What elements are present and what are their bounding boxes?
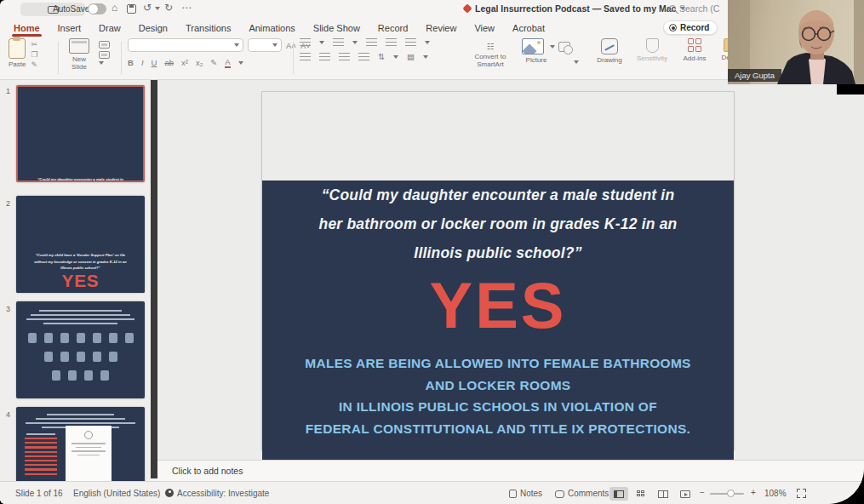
font-name-combobox[interactable]	[128, 38, 243, 52]
line-spacing-icon[interactable]	[405, 38, 416, 47]
participant-video-tile: Ajay Gupta	[728, 0, 864, 84]
shapes-dropdown-icon	[574, 60, 579, 64]
zoom-level[interactable]: 108%	[764, 489, 787, 498]
layout-icon[interactable]	[99, 41, 110, 49]
tab-slide-show[interactable]: Slide Show	[313, 23, 360, 33]
line-spacing-dropdown-icon[interactable]	[425, 41, 430, 44]
slide-thumbnail-4[interactable]	[16, 407, 145, 481]
zoom-slider[interactable]	[710, 493, 744, 495]
picture-button[interactable]: Picture	[518, 38, 555, 64]
slide-question-text[interactable]: “Could my daughter encounter a male stud…	[262, 180, 734, 267]
font-color-button[interactable]: A	[225, 57, 230, 68]
format-painter-icon[interactable]: ✎	[31, 60, 37, 70]
more-commands-icon[interactable]: ⋯	[181, 2, 192, 14]
align-left-icon[interactable]	[300, 53, 311, 61]
increase-indent-icon[interactable]	[386, 38, 397, 47]
columns-dropdown-icon[interactable]	[423, 55, 428, 59]
tab-design[interactable]: Design	[139, 23, 168, 33]
bold-button[interactable]: B	[128, 58, 134, 67]
undo-dropdown-icon[interactable]	[155, 7, 160, 10]
slide-thumbnail-3[interactable]	[16, 301, 145, 398]
font-color-dropdown-icon[interactable]	[238, 61, 243, 65]
shapes-button[interactable]	[558, 42, 584, 67]
notes-placeholder: Click to add notes	[172, 466, 243, 476]
notes-icon	[509, 490, 517, 498]
thumbnail-number: 4	[6, 410, 10, 419]
underline-button[interactable]: U	[152, 58, 157, 67]
sensitivity-button[interactable]: Sensitivity	[632, 38, 672, 62]
tab-animations[interactable]: Animations	[249, 23, 295, 33]
normal-view-button[interactable]	[609, 487, 628, 501]
notes-toggle-button[interactable]: Notes	[509, 489, 542, 498]
text-direction-icon[interactable]: ⇅	[378, 52, 385, 61]
search-input[interactable]: Search (C	[669, 3, 719, 14]
tab-acrobat[interactable]: Acrobat	[512, 23, 545, 33]
align-right-icon[interactable]	[339, 53, 350, 61]
font-size-combobox[interactable]	[248, 38, 282, 52]
document-title[interactable]: Legal Insurrection Podcast — Saved to my…	[464, 3, 685, 14]
tab-record[interactable]: Record	[378, 23, 408, 33]
text-direction-dropdown-icon[interactable]	[393, 55, 398, 59]
superscript-button[interactable]: x²	[181, 58, 188, 67]
participant-name-badge: Ajay Gupta	[728, 69, 781, 82]
italic-button[interactable]: I	[141, 58, 144, 67]
autosave-toggle[interactable]	[88, 3, 106, 14]
align-center-icon[interactable]	[319, 53, 330, 61]
slide-options-dropdown-icon[interactable]	[99, 61, 104, 65]
search-icon	[669, 5, 676, 12]
numbering-dropdown-icon[interactable]	[352, 41, 358, 44]
chevron-down-icon	[272, 43, 278, 47]
slide-thumbnail-panel: 1 “Could my daughter encounter a male st…	[0, 80, 151, 481]
drawing-icon	[601, 38, 618, 54]
comments-toggle-button[interactable]: Comments	[555, 489, 609, 498]
record-button[interactable]: Record	[663, 20, 718, 35]
accessibility-status[interactable]: Accessibility: Investigate	[177, 489, 269, 498]
paste-button[interactable]: Paste ✂ ❐ ✎	[9, 38, 58, 70]
section-icon[interactable]	[99, 51, 110, 59]
tab-home[interactable]: Home	[14, 23, 40, 33]
numbering-icon[interactable]	[333, 38, 344, 47]
slideshow-view-button[interactable]	[676, 487, 695, 501]
decrease-indent-icon[interactable]	[366, 38, 377, 47]
subscript-button[interactable]: x₂	[196, 58, 203, 67]
zoom-slider-knob[interactable]	[727, 490, 735, 497]
tab-review[interactable]: Review	[426, 23, 456, 33]
highlight-color-button[interactable]: ✎	[210, 58, 217, 67]
tab-draw[interactable]: Draw	[99, 23, 121, 33]
justify-icon[interactable]	[358, 53, 369, 61]
drawing-button[interactable]: Drawing	[591, 38, 628, 64]
columns-icon[interactable]: ▤	[407, 52, 415, 61]
language-selector[interactable]: English (United States)	[73, 489, 160, 498]
grow-font-icon[interactable]: A˄	[286, 41, 296, 50]
bullets-dropdown-icon[interactable]	[319, 41, 324, 44]
slide-canvas[interactable]: “Could my daughter encounter a male stud…	[262, 92, 734, 450]
copy-icon[interactable]: ❐	[31, 50, 37, 60]
strikethrough-button[interactable]: ab	[164, 58, 174, 67]
slide-sorter-view-button[interactable]	[632, 487, 650, 501]
tab-insert[interactable]: Insert	[58, 23, 82, 33]
zoom-in-button[interactable]: +	[751, 488, 756, 497]
slide-thumbnail-2[interactable]: “Could my child have a ‘Gender Support P…	[16, 196, 145, 293]
tab-view[interactable]: View	[474, 23, 495, 33]
comments-icon	[555, 490, 564, 498]
redo-icon[interactable]: ↻	[164, 2, 173, 14]
convert-smartart-button[interactable]: ☷ Convert to SmartArt	[466, 42, 514, 68]
bullets-icon[interactable]	[300, 38, 311, 47]
slide-sorter-icon	[637, 490, 646, 498]
undo-icon[interactable]: ↺	[143, 2, 152, 14]
new-slide-button[interactable]: New Slide	[65, 38, 117, 71]
thumbnail-panel-scrollbar[interactable]	[151, 80, 157, 478]
slideshow-icon	[680, 490, 690, 498]
addins-button[interactable]: Add-ins	[678, 38, 712, 62]
zoom-out-button[interactable]: −	[700, 488, 705, 497]
slide-answer-text[interactable]: YES	[262, 269, 734, 342]
slide-body-text[interactable]: MALES ARE BEING ALLOWED INTO FEMALE BATH…	[262, 352, 734, 439]
save-icon[interactable]	[127, 4, 136, 14]
notes-pane[interactable]: Click to add notes	[157, 460, 864, 481]
cut-icon[interactable]: ✂	[31, 40, 37, 49]
tab-transitions[interactable]: Transitions	[186, 23, 231, 33]
reading-view-button[interactable]	[654, 487, 672, 501]
fullscreen-icon[interactable]	[797, 489, 806, 498]
home-icon[interactable]: ⌂	[112, 2, 117, 14]
slide-thumbnail-1[interactable]: “Could my daughter encounter a male stud…	[16, 85, 145, 182]
